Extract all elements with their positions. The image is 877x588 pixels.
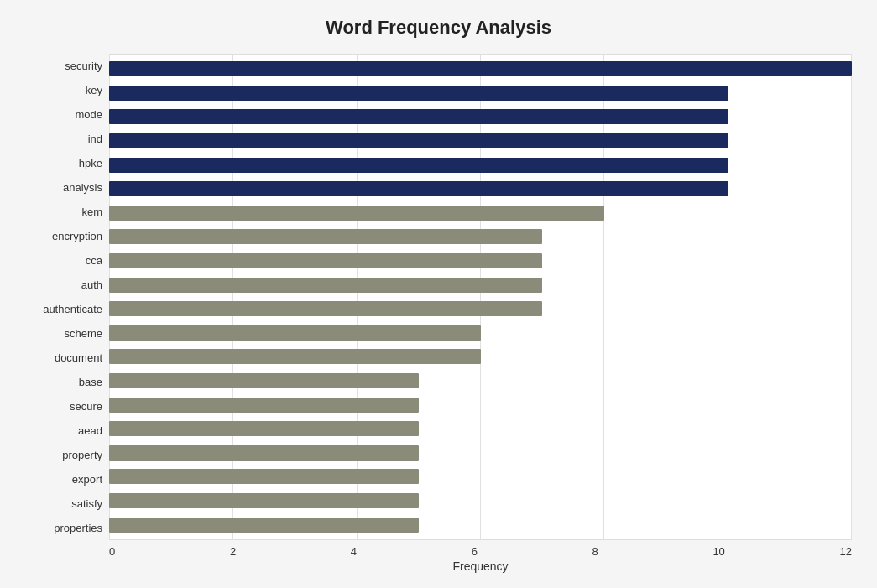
y-label: properties [54,518,102,539]
bar-row [109,60,852,78]
x-tick-label: 0 [109,545,115,558]
bar-row [109,372,852,390]
y-label: kem [81,201,102,223]
chart-area: securitykeymodeindhpkeanalysiskemencrypt… [25,54,852,540]
bar-row [109,132,852,150]
y-label: secure [70,396,102,418]
x-tick-label: 2 [230,545,236,558]
bar-row [109,84,852,102]
bar-row [109,276,852,294]
x-axis-labels: 024681012 [109,540,852,558]
bar [109,445,419,461]
bar-row [109,252,852,270]
y-label: hpke [79,153,102,174]
y-label: document [55,347,102,369]
y-label: aead [78,420,102,442]
x-tick-label: 12 [839,545,851,558]
bar [109,373,419,388]
bar [109,398,419,413]
bar [109,61,852,76]
y-label: export [72,469,102,491]
y-label: satisfy [71,493,102,515]
bar [109,421,419,436]
bar-row [109,299,852,318]
bar-row [109,419,852,438]
bar [109,181,728,196]
bar-row [109,156,852,174]
bar [109,325,481,341]
bar-row [109,324,852,342]
bar-row [109,204,852,222]
x-tick-label: 4 [351,545,357,558]
bar [109,518,419,533]
bar-row [109,107,852,126]
bar [109,206,604,221]
bar-row [109,227,852,246]
y-label: ind [88,128,102,150]
y-label: security [65,55,102,77]
bar [109,158,728,173]
bar [109,86,728,101]
bar-row [109,180,852,198]
bar-row [109,347,852,366]
bar-row [109,516,852,534]
bar [109,133,728,148]
bar-row [109,444,852,462]
y-label: auth [81,274,102,296]
bar [109,493,419,508]
y-label: base [79,372,102,393]
y-label: authenticate [43,299,102,320]
y-label: encryption [52,226,102,247]
bar-row [109,492,852,510]
bar-row [109,396,852,414]
y-labels: securitykeymodeindhpkeanalysiskemencrypt… [25,54,109,540]
x-tick-label: 8 [592,545,598,558]
bar [109,469,419,484]
bar-row [109,467,852,486]
y-label: scheme [64,323,102,345]
y-label: key [86,80,102,101]
x-axis-title: Frequency [109,559,852,573]
y-label: property [62,445,102,466]
y-label: cca [86,250,102,272]
x-tick-label: 10 [713,545,724,558]
x-tick-label: 6 [472,545,478,558]
bar [109,229,542,244]
y-label: analysis [63,177,102,199]
bar [109,109,728,124]
bar [109,253,542,268]
bars-container [109,54,852,540]
chart-container: Word Frequency Analysis securitykeymodei… [0,0,877,588]
bar [109,301,542,316]
bars-and-grid [109,54,852,540]
y-label: mode [75,104,102,126]
chart-title: Word Frequency Analysis [25,17,852,39]
bar [109,278,542,293]
bar [109,349,481,364]
